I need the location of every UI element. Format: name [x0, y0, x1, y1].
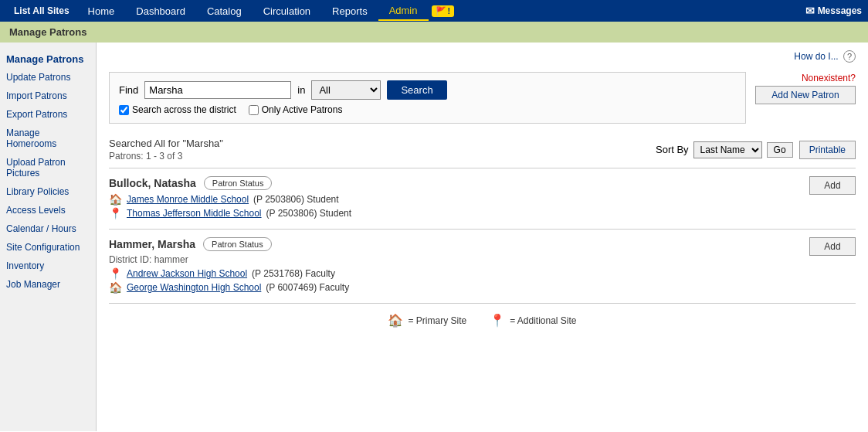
how-do-i-link[interactable]: How do I... ?	[794, 50, 856, 63]
go-button[interactable]: Go	[767, 142, 793, 158]
nav-dashboard[interactable]: Dashboard	[125, 2, 196, 20]
messages-label: Messages	[818, 5, 862, 16]
nav-admin[interactable]: Admin	[378, 2, 429, 21]
sidebar-item-manage-homerooms[interactable]: Manage Homerooms	[0, 124, 96, 153]
patron-name-row: Hammer, Marsha Patron Status	[109, 237, 809, 251]
sidebar-item-access-levels[interactable]: Access Levels	[0, 201, 96, 219]
search-across-district-checkbox[interactable]	[119, 105, 129, 115]
legend: 🏠 = Primary Site 📍 = Additional Site	[109, 303, 856, 337]
nav-circulation[interactable]: Circulation	[253, 2, 321, 20]
legend-primary: 🏠 = Primary Site	[388, 313, 466, 328]
sidebar-item-update-patrons[interactable]: Update Patrons	[0, 68, 96, 87]
results-header: Searched All for "Marsha" Patrons: 1 - 3…	[109, 138, 856, 162]
patron-card: Bullock, Natasha Patron Status 🏠 James M…	[109, 168, 856, 229]
searched-text: Searched All for "Marsha"	[109, 138, 223, 149]
patron-name: Hammer, Marsha	[109, 238, 195, 250]
patron-site-row: 📍 Thomas Jefferson Middle School (P 2503…	[109, 207, 809, 219]
sidebar-item-inventory[interactable]: Inventory	[0, 257, 96, 275]
patron-add-area: Add	[809, 237, 856, 256]
additional-site-icon: 📍	[109, 267, 122, 280]
site-name-link[interactable]: Andrew Jackson High School	[127, 268, 247, 279]
sort-by-label: Sort By	[656, 144, 689, 155]
patron-site-row: 🏠 James Monroe Middle School (P 2503806)…	[109, 193, 809, 206]
sub-header: Manage Patrons	[0, 22, 868, 43]
sidebar: Manage Patrons Update Patrons Import Pat…	[0, 43, 97, 431]
sort-by-select[interactable]: Last Name First Name ID	[693, 141, 762, 158]
sidebar-item-job-manager[interactable]: Job Manager	[0, 275, 96, 294]
site-name-link[interactable]: Thomas Jefferson Middle School	[127, 208, 262, 219]
site-patron-id: (P 2531768) Faculty	[252, 268, 335, 279]
legend-additional: 📍 = Additional Site	[490, 313, 576, 328]
site-patron-id: (P 2503806) Student	[253, 194, 339, 205]
add-patron-button[interactable]: Add	[809, 176, 856, 195]
primary-site-icon: 🏠	[388, 313, 403, 328]
sort-area: Sort By Last Name First Name ID Go	[656, 141, 793, 158]
search-options: Search across the district Only Active P…	[119, 104, 736, 115]
nonexistent-link[interactable]: Nonexistent?	[802, 73, 856, 83]
add-new-patron-button[interactable]: Add New Patron	[755, 86, 856, 104]
patron-card: Hammer, Marsha Patron Status District ID…	[109, 229, 856, 303]
site-name-link[interactable]: George Washington High School	[127, 282, 261, 293]
only-active-patrons-label[interactable]: Only Active Patrons	[249, 104, 343, 115]
patron-name-row: Bullock, Natasha Patron Status	[109, 176, 809, 190]
help-icon[interactable]: ?	[843, 50, 856, 63]
messages-button[interactable]: ✉ Messages	[805, 5, 862, 17]
site-patron-id: (P 6007469) Faculty	[266, 282, 349, 293]
nav-reports[interactable]: Reports	[321, 2, 378, 20]
nav-home[interactable]: Home	[77, 2, 126, 20]
sidebar-item-import-patrons[interactable]: Import Patrons	[0, 87, 96, 105]
nonexistent-area: Nonexistent? Add New Patron	[755, 72, 856, 104]
add-patron-button[interactable]: Add	[809, 237, 856, 256]
search-area: Find in All Name ID Barcode Search Searc…	[109, 72, 746, 124]
list-all-sites-button[interactable]: List All Sites	[6, 5, 77, 16]
sidebar-title: Manage Patrons	[0, 49, 96, 68]
patron-cards: Bullock, Natasha Patron Status 🏠 James M…	[109, 168, 856, 303]
site-patron-id: (P 2503806) Student	[266, 208, 352, 219]
patron-site-row: 🏠 George Washington High School (P 60074…	[109, 281, 809, 294]
primary-site-icon: 🏠	[109, 281, 122, 294]
sidebar-item-site-configuration[interactable]: Site Configuration	[0, 238, 96, 257]
envelope-icon: ✉	[805, 5, 815, 17]
sidebar-item-calendar-hours[interactable]: Calendar / Hours	[0, 219, 96, 238]
additional-site-icon: 📍	[490, 313, 505, 328]
search-in-select[interactable]: All Name ID Barcode	[311, 80, 381, 100]
patron-add-area: Add	[809, 176, 856, 195]
nav-catalog[interactable]: Catalog	[196, 2, 253, 20]
how-do-i-text[interactable]: How do I...	[794, 51, 838, 62]
in-label: in	[297, 84, 305, 96]
additional-site-label: = Additional Site	[510, 315, 576, 326]
search-input[interactable]	[144, 81, 291, 99]
nav-items: Home Dashboard Catalog Circulation Repor…	[77, 2, 805, 21]
search-button[interactable]: Search	[387, 80, 446, 100]
top-navigation: List All Sites Home Dashboard Catalog Ci…	[0, 0, 868, 22]
sidebar-item-export-patrons[interactable]: Export Patrons	[0, 105, 96, 124]
search-across-district-label[interactable]: Search across the district	[119, 104, 236, 115]
flag-alert-badge[interactable]: 🚩 !	[432, 5, 455, 17]
search-row: Find in All Name ID Barcode Search	[119, 80, 736, 100]
results-info: Searched All for "Marsha" Patrons: 1 - 3…	[109, 138, 223, 162]
patron-site-row: 📍 Andrew Jackson High School (P 2531768)…	[109, 267, 809, 280]
flag-icon: 🚩	[436, 6, 446, 16]
patron-info: Bullock, Natasha Patron Status 🏠 James M…	[109, 176, 809, 221]
sidebar-item-upload-patron-pictures[interactable]: Upload Patron Pictures	[0, 153, 96, 182]
flag-alert-text: !	[448, 6, 451, 15]
printable-button[interactable]: Printable	[799, 141, 856, 159]
primary-site-icon: 🏠	[109, 193, 122, 206]
sub-header-title: Manage Patrons	[9, 26, 86, 38]
patron-status-button[interactable]: Patron Status	[204, 176, 273, 190]
patron-name: Bullock, Natasha	[109, 177, 196, 189]
additional-site-icon: 📍	[109, 207, 122, 219]
primary-site-label: = Primary Site	[408, 315, 466, 326]
district-id: District ID: hammer	[109, 254, 809, 265]
site-name-link[interactable]: James Monroe Middle School	[127, 194, 249, 205]
sidebar-item-library-policies[interactable]: Library Policies	[0, 182, 96, 201]
main-content: How do I... ? Find in All Name ID Barcod…	[97, 43, 868, 431]
main-layout: Manage Patrons Update Patrons Import Pat…	[0, 43, 868, 431]
patrons-count: Patrons: 1 - 3 of 3	[109, 151, 223, 162]
only-active-patrons-checkbox[interactable]	[249, 105, 259, 115]
patron-status-button[interactable]: Patron Status	[203, 237, 272, 251]
find-label: Find	[119, 84, 138, 96]
patron-info: Hammer, Marsha Patron Status District ID…	[109, 237, 809, 295]
